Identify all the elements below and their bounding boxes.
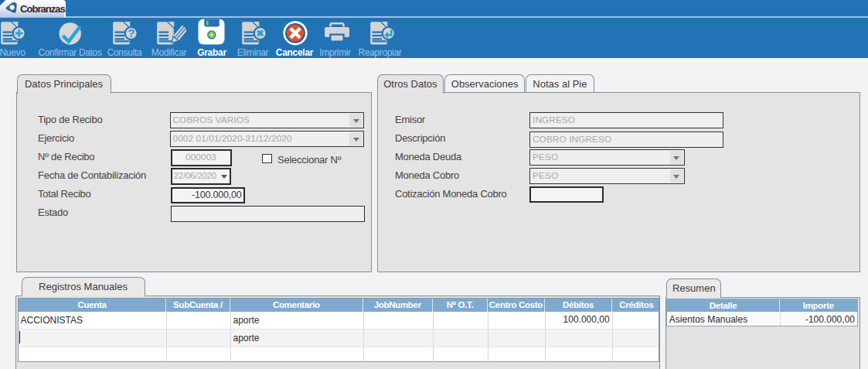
svg-text:?: ? [128, 26, 135, 39]
